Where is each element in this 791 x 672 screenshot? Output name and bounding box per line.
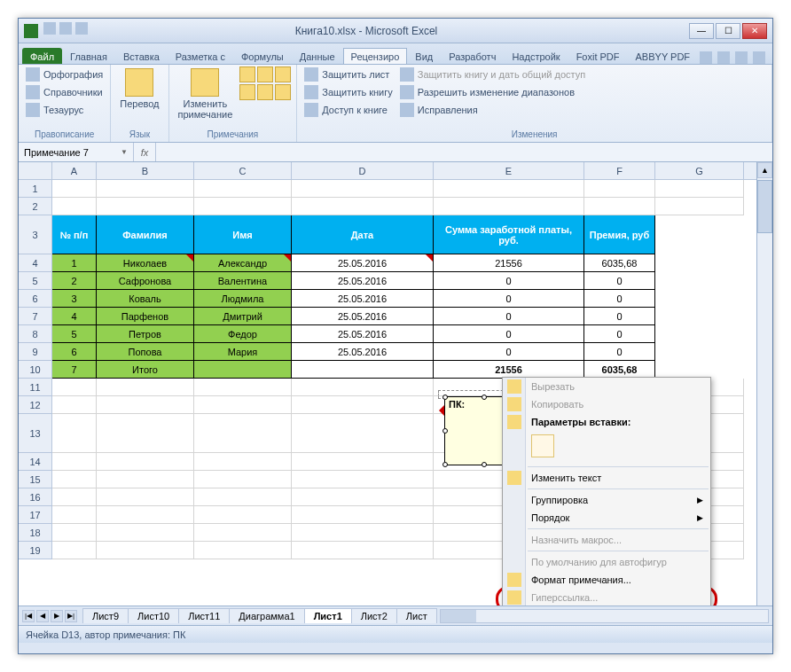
- window-restore-icon[interactable]: [735, 51, 748, 64]
- row-header[interactable]: 15: [19, 471, 51, 488]
- sheet-tab[interactable]: Лист1: [304, 608, 352, 623]
- cell[interactable]: [194, 506, 292, 524]
- row-header[interactable]: 4: [19, 254, 51, 272]
- cell[interactable]: Мария: [194, 343, 292, 361]
- col-header-C[interactable]: C: [194, 162, 292, 179]
- cell[interactable]: [292, 488, 434, 506]
- cell[interactable]: [97, 471, 194, 488]
- cell[interactable]: [194, 379, 292, 396]
- ctx-assign-macro[interactable]: Назначить макрос...: [503, 531, 710, 549]
- cell[interactable]: 21556: [434, 254, 584, 272]
- cell[interactable]: 1: [52, 254, 97, 272]
- scroll-thumb[interactable]: [757, 180, 772, 233]
- tab-addins[interactable]: Надстройк: [504, 48, 568, 64]
- cell[interactable]: [292, 379, 434, 396]
- cell[interactable]: Сафронова: [97, 272, 194, 290]
- row-header[interactable]: 6: [19, 290, 51, 308]
- cell[interactable]: [292, 542, 434, 559]
- spelling-button[interactable]: Орфография: [24, 66, 105, 82]
- sheet-tab[interactable]: Лист10: [128, 608, 179, 623]
- cell[interactable]: [655, 290, 744, 308]
- formula-input[interactable]: [155, 143, 772, 161]
- cell[interactable]: [97, 542, 194, 559]
- ctx-order[interactable]: Порядок▶: [503, 509, 710, 527]
- cell[interactable]: [292, 361, 434, 379]
- cell[interactable]: 7: [52, 361, 97, 379]
- ctx-group[interactable]: Группировка▶: [503, 491, 710, 509]
- cell[interactable]: [584, 198, 655, 215]
- vertical-scrollbar[interactable]: ▲: [756, 162, 772, 606]
- cell[interactable]: 0: [584, 290, 655, 308]
- cell[interactable]: [97, 453, 194, 471]
- cell[interactable]: [52, 524, 97, 542]
- tab-formulas[interactable]: Формулы: [233, 48, 292, 64]
- cell[interactable]: 25.05.2016: [292, 272, 434, 290]
- cell[interactable]: [194, 396, 292, 414]
- row-header[interactable]: 16: [19, 488, 51, 506]
- cell[interactable]: [52, 379, 97, 396]
- ctx-hyperlink[interactable]: Гиперссылка...: [503, 589, 710, 606]
- cell[interactable]: Имя: [194, 215, 292, 254]
- cell[interactable]: [97, 379, 194, 396]
- cell[interactable]: Парфенов: [97, 308, 194, 325]
- cell[interactable]: [292, 506, 434, 524]
- cell[interactable]: 6035,68: [584, 361, 655, 379]
- cell[interactable]: [292, 180, 434, 198]
- ctx-default-autoshape[interactable]: По умолчанию для автофигур: [503, 553, 710, 571]
- maximize-button[interactable]: ☐: [716, 23, 740, 39]
- delete-comment-icon[interactable]: [239, 66, 255, 82]
- prev-comment-icon[interactable]: [257, 66, 273, 82]
- track-changes-button[interactable]: Исправления: [398, 102, 587, 118]
- name-box[interactable]: Примечание 7▼: [19, 143, 134, 161]
- help-icon[interactable]: [717, 51, 730, 64]
- row-header[interactable]: 2: [19, 198, 51, 215]
- cell[interactable]: 25.05.2016: [292, 254, 434, 272]
- horizontal-scrollbar[interactable]: [440, 609, 769, 623]
- cell[interactable]: [194, 453, 292, 471]
- row-header[interactable]: 17: [19, 506, 51, 524]
- cell[interactable]: [52, 506, 97, 524]
- cell[interactable]: [97, 198, 194, 215]
- cell[interactable]: Александр: [194, 254, 292, 272]
- cell[interactable]: [194, 542, 292, 559]
- cell[interactable]: 4: [52, 308, 97, 325]
- cell[interactable]: 0: [434, 290, 584, 308]
- col-header-D[interactable]: D: [292, 162, 434, 179]
- row-header[interactable]: 3: [19, 215, 51, 254]
- show-comment-icon[interactable]: [239, 84, 255, 100]
- row-header[interactable]: 1: [19, 180, 51, 198]
- ctx-cut[interactable]: Вырезать: [503, 378, 710, 395]
- tab-layout[interactable]: Разметка с: [168, 48, 233, 64]
- tab-foxit[interactable]: Foxit PDF: [568, 48, 628, 64]
- cell[interactable]: [52, 180, 97, 198]
- tab-file[interactable]: Файл: [22, 48, 62, 64]
- cell[interactable]: [52, 488, 97, 506]
- cell[interactable]: Итого: [97, 361, 194, 379]
- resize-handle[interactable]: [442, 462, 448, 467]
- prev-sheet-icon[interactable]: ◀: [36, 610, 49, 622]
- cell[interactable]: Премия, руб: [584, 215, 655, 254]
- minimize-button[interactable]: —: [689, 23, 714, 39]
- cell[interactable]: 6035,68: [584, 254, 655, 272]
- cell[interactable]: [194, 488, 292, 506]
- protect-share-button[interactable]: Защитить книгу и дать общий доступ: [398, 66, 587, 82]
- next-comment-icon[interactable]: [275, 66, 291, 82]
- ctx-format-comment[interactable]: Формат примечания...: [503, 571, 710, 589]
- paste-option-button[interactable]: [531, 434, 554, 457]
- cell[interactable]: [655, 215, 744, 254]
- cell[interactable]: [194, 471, 292, 488]
- sheet-tab[interactable]: Лист9: [82, 608, 129, 623]
- resize-handle[interactable]: [482, 462, 487, 467]
- row-header[interactable]: 7: [19, 308, 51, 325]
- cell[interactable]: 3: [52, 290, 97, 308]
- cell[interactable]: [434, 198, 584, 215]
- cell[interactable]: [655, 343, 744, 361]
- edit-comment-button[interactable]: Изменить примечание: [175, 66, 237, 121]
- cell[interactable]: [655, 272, 744, 290]
- cell[interactable]: [292, 524, 434, 542]
- ctx-edit-text[interactable]: Изменить текст: [503, 469, 710, 487]
- cell[interactable]: 0: [434, 343, 584, 361]
- cell[interactable]: [292, 396, 434, 414]
- col-header-F[interactable]: F: [584, 162, 655, 179]
- cell[interactable]: [194, 524, 292, 542]
